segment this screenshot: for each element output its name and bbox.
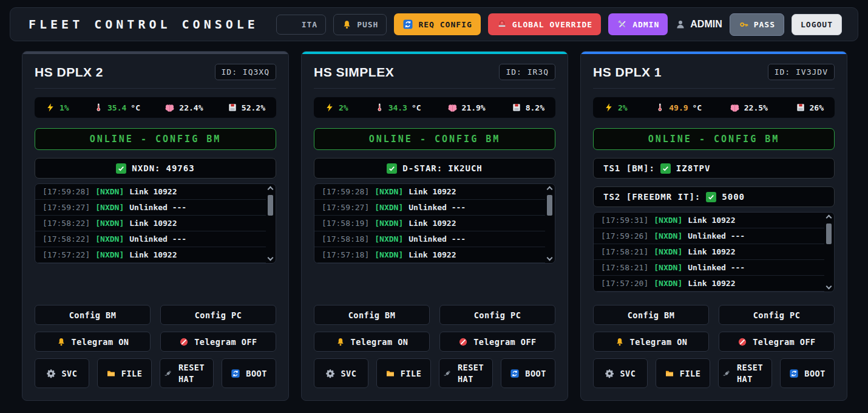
log-tag: [NXDN]	[375, 187, 403, 196]
log-tag: [NXDN]	[95, 219, 124, 228]
scrollbar[interactable]	[546, 185, 553, 262]
stats-bar: 2% 49.9°C 22.5% 26%	[593, 97, 835, 118]
telegram-on-button[interactable]: Telegram ON	[593, 332, 709, 352]
scrollbar-thumb[interactable]	[826, 224, 832, 244]
reset-hat-button[interactable]: RESET HAT	[439, 358, 493, 388]
check-icon	[116, 163, 126, 174]
language-button[interactable]: ITA	[276, 15, 326, 35]
boot-button[interactable]: BOOT	[501, 358, 555, 388]
log-message: Unlinked ---	[688, 231, 745, 241]
telegram-off-button[interactable]: Telegram OFF	[719, 332, 835, 352]
global-override-button[interactable]: GLOBAL OVERRIDE	[488, 13, 601, 35]
pass-label: PASS	[754, 20, 775, 29]
cpu-value: 21.9%	[462, 103, 486, 112]
telegram-on-button[interactable]: Telegram ON	[314, 332, 430, 352]
no-entry-icon	[179, 337, 189, 347]
chevron-down-icon[interactable]	[267, 255, 273, 261]
temp-value: 34.3	[388, 103, 407, 112]
reset-hat-button[interactable]: RESET HAT	[160, 358, 214, 388]
log-panel[interactable]: [17:59:28][NXDN]Link 10922 [17:59:27][NX…	[35, 183, 276, 264]
req-config-button[interactable]: REQ CONFIG	[394, 13, 480, 35]
cpu-value: 22.5%	[744, 103, 768, 112]
scrollbar[interactable]	[825, 214, 832, 290]
log-message: Link 10922	[409, 250, 456, 259]
scrollbar-thumb[interactable]	[547, 195, 552, 216]
cpu-value: 22.4%	[179, 103, 203, 112]
push-button[interactable]: PUSH	[333, 14, 387, 35]
logout-button[interactable]: LOGOUT	[792, 14, 842, 35]
divider	[35, 88, 276, 89]
log-panel[interactable]: [17:59:31][NXDN]Link 10922 [17:59:26][NX…	[593, 212, 835, 292]
folder-icon	[385, 369, 395, 378]
device-card-hs-simplex: HS SIMPLEX ID: IR3Q 2% 34.3°C 21.9% 8.2%…	[301, 51, 568, 401]
chevron-down-icon[interactable]	[826, 284, 832, 290]
log-time: [17:58:19]	[322, 219, 369, 228]
boot-button[interactable]: BOOT	[780, 358, 835, 388]
log-list: [17:59:28][NXDN]Link 10922 [17:59:27][NX…	[35, 184, 276, 263]
admin-role-button[interactable]: ADMIN	[608, 13, 668, 35]
telegram-on-button[interactable]: Telegram ON	[35, 332, 151, 352]
boot-label: BOOT	[525, 369, 546, 378]
log-panel[interactable]: [17:59:28][NXDN]Link 10922 [17:59:27][NX…	[314, 183, 555, 264]
temperature-icon	[375, 103, 384, 112]
log-row: [17:58:22][NXDN]Unlinked ---	[35, 231, 266, 247]
temp-unit: °C	[131, 103, 140, 112]
power-value: 1%	[59, 103, 69, 112]
pass-button[interactable]: PASS	[730, 13, 784, 36]
mem-value: 8.2%	[526, 103, 544, 112]
boot-button[interactable]: BOOT	[222, 358, 276, 388]
log-tag: [NXDN]	[95, 187, 124, 196]
svc-button[interactable]: SVC	[314, 358, 368, 388]
log-message: Link 10922	[688, 216, 735, 225]
config-bm-button[interactable]: Config BM	[35, 305, 151, 325]
mem-value: 52.2%	[242, 103, 265, 112]
log-row: [17:59:28][NXDN]Link 10922	[314, 184, 545, 200]
file-button[interactable]: FILE	[656, 358, 710, 388]
log-tag: [NXDN]	[375, 203, 403, 212]
telegram-off-button[interactable]: Telegram OFF	[439, 332, 555, 352]
scrollbar[interactable]	[266, 185, 274, 262]
svc-label: SVC	[341, 369, 356, 378]
log-list: [17:59:28][NXDN]Link 10922 [17:59:27][NX…	[314, 184, 555, 263]
log-time: [17:59:27]	[322, 203, 369, 212]
log-time: [17:59:28]	[42, 187, 90, 196]
config-pc-button[interactable]: Config PC	[160, 305, 276, 325]
config-bm-button[interactable]: Config BM	[593, 305, 709, 325]
push-label: PUSH	[357, 20, 378, 29]
svc-button[interactable]: SVC	[593, 358, 648, 388]
log-message: Link 10922	[129, 250, 177, 259]
config-pc-button[interactable]: Config PC	[719, 305, 835, 325]
bell-icon	[615, 337, 625, 347]
config-bm-button[interactable]: Config BM	[314, 305, 430, 325]
gear-icon	[605, 369, 614, 378]
sync-icon	[789, 369, 799, 378]
telegram-off-button[interactable]: Telegram OFF	[160, 332, 276, 352]
log-row: [17:59:27][NXDN]Unlinked ---	[35, 200, 266, 216]
timeslot-1-row: TS1 [BM]: IZ8TPV	[593, 158, 835, 179]
log-tag: [NXDN]	[375, 234, 403, 244]
file-button[interactable]: FILE	[376, 358, 431, 388]
chevron-up-icon[interactable]	[267, 186, 273, 193]
chevron-up-icon[interactable]	[826, 215, 832, 221]
network-label: D-STAR:	[402, 163, 442, 173]
telegram-on-label: Telegram ON	[72, 337, 129, 347]
temp-unit: °C	[693, 103, 702, 112]
status-banner: ONLINE - CONFIG BM	[593, 128, 835, 150]
ts2-label: TS2 [FREEDMR IT]:	[603, 192, 700, 202]
scrollbar-thumb[interactable]	[268, 195, 273, 216]
file-button[interactable]: FILE	[97, 358, 152, 388]
log-row: [17:58:21][NXDN]Unlinked ---	[594, 260, 824, 276]
file-label: FILE	[680, 369, 701, 378]
chevron-up-icon[interactable]	[546, 186, 552, 193]
log-row: [17:58:21][NXDN]Link 10922	[594, 244, 824, 260]
config-pc-button[interactable]: Config PC	[439, 305, 555, 325]
temp-value: 49.9	[669, 103, 688, 112]
cpu-icon	[730, 103, 740, 113]
chevron-down-icon[interactable]	[546, 255, 552, 261]
italy-flag-icon	[285, 20, 297, 29]
reset-hat-button[interactable]: RESET HAT	[718, 358, 773, 388]
config-bm-label: Config BM	[348, 310, 396, 320]
log-time: [17:58:21]	[601, 263, 648, 272]
svc-button[interactable]: SVC	[35, 358, 89, 388]
folder-icon	[665, 369, 674, 378]
